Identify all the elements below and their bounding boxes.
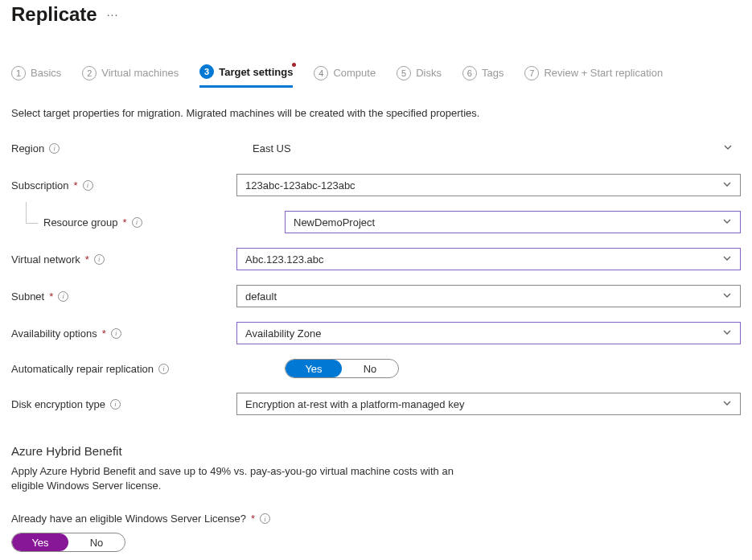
chevron-down-icon [722,216,732,229]
subnet-select[interactable]: default [236,285,741,307]
chevron-down-icon [722,398,732,410]
chevron-down-icon [722,179,732,191]
tab-label: Virtual machines [101,67,179,79]
tab-number-icon: 1 [11,66,26,80]
tab-compute[interactable]: 4 Compute [314,66,376,87]
toggle-yes[interactable]: Yes [12,533,68,551]
tab-number-icon: 7 [524,66,539,80]
tab-number-icon: 4 [314,66,328,80]
tab-virtual-machines[interactable]: 2 Virtual machines [82,66,179,87]
tab-number-icon: 6 [462,66,477,80]
info-icon[interactable]: i [158,364,169,374]
info-icon[interactable]: i [58,291,68,302]
more-icon[interactable]: ··· [107,8,119,21]
subnet-value: default [245,290,277,303]
subnet-label: Subnet [11,290,44,303]
resource-group-select[interactable]: NewDemoProject [285,211,741,233]
page-description: Select target properties for migration. … [11,107,741,119]
info-icon[interactable]: i [111,328,121,339]
tab-number-icon: 3 [199,64,214,79]
toggle-no[interactable]: No [68,533,125,551]
chevron-down-icon [722,290,732,303]
info-icon[interactable]: i [83,180,93,191]
availability-value: Availability Zone [245,327,321,340]
tab-tags[interactable]: 6 Tags [462,66,503,87]
availability-label: Availability options [11,327,97,340]
resource-group-label: Resource group [43,216,118,229]
tab-review[interactable]: 7 Review + Start replication [524,66,663,87]
resource-group-value: NewDemoProject [294,216,375,229]
required-icon: * [85,253,89,266]
validation-dot-icon [292,63,296,67]
auto-repair-toggle[interactable]: Yes No [285,359,399,378]
info-icon[interactable]: i [94,254,105,265]
license-toggle[interactable]: Yes No [11,533,125,552]
toggle-yes[interactable]: Yes [286,360,342,377]
region-select[interactable]: East US [236,137,741,159]
disk-encryption-select[interactable]: Encryption at-rest with a platform-manag… [236,393,741,415]
region-label: Region [11,142,44,154]
chevron-down-icon [723,142,733,154]
page-title: Replicate [11,3,97,26]
chevron-down-icon [722,327,732,340]
info-icon[interactable]: i [110,399,121,410]
tab-label: Compute [333,67,376,79]
tab-target-settings[interactable]: 3 Target settings [199,64,293,88]
tab-number-icon: 2 [82,66,97,80]
info-icon[interactable]: i [260,513,270,524]
tab-label: Review + Start replication [544,67,663,79]
tab-disks[interactable]: 5 Disks [397,66,442,87]
info-icon[interactable]: i [49,143,60,154]
hybrid-benefit-title: Azure Hybrid Benefit [11,444,741,458]
disk-encryption-label: Disk encryption type [11,398,105,410]
required-icon: * [123,216,127,229]
auto-repair-label: Automatically repair replication [11,363,154,375]
virtual-network-label: Virtual network [11,253,80,266]
wizard-tabs: 1 Basics 2 Virtual machines 3 Target set… [11,64,741,88]
info-icon[interactable]: i [132,217,142,228]
required-icon: * [102,327,106,340]
tab-label: Tags [482,67,503,79]
required-icon: * [49,290,53,303]
virtual-network-value: Abc.123.123.abc [245,253,324,266]
subscription-value: 123abc-123abc-123abc [245,179,355,191]
subscription-label: Subscription [11,179,69,191]
region-value: East US [245,137,299,159]
availability-select[interactable]: Availability Zone [236,322,741,344]
chevron-down-icon [722,253,732,266]
required-icon: * [251,513,255,525]
required-icon: * [74,179,78,191]
tab-label: Disks [416,67,442,79]
license-question: Already have an eligible Windows Server … [11,513,246,525]
disk-encryption-value: Encryption at-rest with a platform-manag… [245,398,464,410]
tab-basics[interactable]: 1 Basics [11,66,61,87]
virtual-network-select[interactable]: Abc.123.123.abc [236,248,741,270]
tab-number-icon: 5 [397,66,411,80]
subscription-select[interactable]: 123abc-123abc-123abc [236,174,741,196]
tab-label: Basics [31,67,61,79]
tab-label: Target settings [219,66,293,78]
hybrid-benefit-description: Apply Azure Hybrid Benefit and save up t… [11,464,462,493]
toggle-no[interactable]: No [342,360,398,377]
